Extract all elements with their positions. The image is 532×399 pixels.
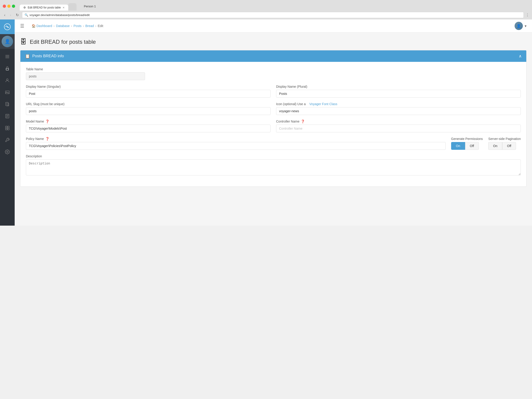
- sidebar-avatar[interactable]: 👤: [0, 34, 15, 49]
- url-slug-input[interactable]: [26, 107, 271, 115]
- svg-rect-2: [6, 55, 9, 56]
- breadcrumb-sep-2: ›: [71, 24, 72, 28]
- sidebar-item-menu[interactable]: [0, 51, 15, 63]
- breadcrumb-bread[interactable]: Bread: [85, 24, 94, 28]
- sidebar-item-pages[interactable]: [0, 98, 15, 110]
- display-plural-group: Display Name (Plural): [276, 85, 521, 98]
- icon-group: Icon (optional) Use a Voyager Font Class: [276, 102, 521, 115]
- dashboard-icon: 🏠: [32, 24, 36, 28]
- bread-info-card: 📋 Posts BREAD info ∧ Table Name: [20, 50, 526, 187]
- browser-menu-icon[interactable]: ⋮: [526, 13, 529, 17]
- display-plural-input[interactable]: [276, 90, 521, 98]
- sidebar-logo[interactable]: [0, 19, 15, 34]
- sidebar-item-security[interactable]: [0, 63, 15, 75]
- sidebar-item-categories[interactable]: [0, 122, 15, 134]
- policy-name-help-icon[interactable]: ❓: [45, 137, 49, 141]
- back-button[interactable]: ‹: [3, 13, 7, 18]
- table-name-group: Table Name: [26, 67, 521, 80]
- person-label: Person 1: [84, 5, 96, 8]
- voyager-font-link[interactable]: Voyager Font Class: [309, 102, 337, 106]
- address-bar[interactable]: 🔍 voyager.dev/admin/database/posts/bread…: [22, 12, 524, 18]
- sidebar-item-users[interactable]: [0, 75, 15, 86]
- policy-name-input[interactable]: [26, 142, 446, 150]
- server-pagination-label: Server-side Pagination: [488, 137, 521, 141]
- policy-name-group: Policy Name ❓: [26, 137, 446, 150]
- breadcrumb-posts[interactable]: Posts: [74, 24, 82, 28]
- server-pagination-group: Server-side Pagination On Off: [488, 137, 521, 150]
- display-singular-group: Display Name (Singular): [26, 85, 271, 98]
- gear-icon: [5, 149, 10, 154]
- controller-name-help-icon[interactable]: ❓: [301, 120, 305, 123]
- model-name-input[interactable]: [26, 125, 271, 132]
- address-bar-row: ‹ › ↻ 🔍 voyager.dev/admin/database/posts…: [0, 11, 532, 19]
- description-label: Description: [26, 154, 521, 158]
- tab-close-icon[interactable]: ✕: [63, 6, 65, 9]
- maximize-button[interactable]: [12, 5, 15, 8]
- minimize-button[interactable]: [7, 5, 11, 8]
- controller-name-group: Controller Name ❓: [276, 120, 521, 132]
- close-button[interactable]: [3, 5, 6, 8]
- sidebar-item-settings[interactable]: [0, 146, 15, 158]
- svg-point-1: [7, 26, 8, 27]
- forward-button[interactable]: ›: [8, 13, 12, 18]
- sidebar-item-posts[interactable]: [0, 110, 15, 122]
- server-pagination-toggle: On Off: [488, 142, 521, 150]
- home-icon: [5, 54, 10, 59]
- lock-icon: [5, 66, 10, 71]
- svg-rect-17: [7, 126, 9, 128]
- sidebar-item-media[interactable]: [0, 86, 15, 98]
- model-name-label: Model Name ❓: [26, 120, 271, 123]
- avatar-image: 👤: [2, 36, 13, 47]
- user-avatar[interactable]: 👤: [515, 22, 523, 30]
- document-icon: [5, 114, 10, 119]
- sidebar-item-tools[interactable]: [0, 134, 15, 146]
- controller-name-label: Controller Name ❓: [276, 120, 521, 123]
- page-header: 🗄 Edit BREAD for posts table: [20, 38, 526, 46]
- svg-rect-19: [7, 128, 9, 130]
- sidebar: 👤: [0, 19, 15, 226]
- description-group: Description: [26, 154, 521, 176]
- app-wrapper: 👤: [0, 19, 532, 226]
- browser-chrome: ⚙ Edit BREAD for posts table ✕ Person 1 …: [0, 0, 532, 19]
- generate-permissions-off-btn[interactable]: Off: [465, 142, 479, 150]
- model-controller-row: Model Name ❓ Controller Name ❓: [26, 120, 521, 132]
- model-name-help-icon[interactable]: ❓: [45, 120, 49, 123]
- svg-rect-4: [6, 58, 9, 58]
- logo-icon: [4, 23, 11, 30]
- server-pagination-on-btn[interactable]: On: [488, 142, 502, 150]
- svg-rect-7: [6, 91, 9, 94]
- description-textarea[interactable]: [26, 159, 521, 176]
- model-name-group: Model Name ❓: [26, 120, 271, 132]
- display-singular-input[interactable]: [26, 90, 271, 98]
- svg-rect-3: [6, 56, 9, 57]
- breadcrumb-database[interactable]: Database: [56, 24, 70, 28]
- url-slug-group: URL Slug (must be unique): [26, 102, 271, 115]
- user-dropdown-icon[interactable]: ▾: [525, 24, 526, 28]
- controller-name-input[interactable]: [276, 125, 521, 132]
- url-slug-label: URL Slug (must be unique): [26, 102, 271, 106]
- top-right: 👤 ▾: [515, 22, 526, 30]
- policy-name-label: Policy Name ❓: [26, 137, 446, 141]
- tab-bar: ⚙ Edit BREAD for posts table ✕: [17, 3, 79, 11]
- card-header[interactable]: 📋 Posts BREAD info ∧: [20, 51, 526, 62]
- breadcrumb-edit: Edit: [98, 24, 103, 28]
- main-content: ☰ 🏠 Dashboard › Database › Posts ›: [15, 19, 532, 226]
- hamburger-icon[interactable]: ☰: [20, 23, 24, 29]
- content-area: 🗄 Edit BREAD for posts table 📋 Posts BRE…: [15, 32, 532, 226]
- generate-permissions-on-btn[interactable]: On: [451, 142, 465, 150]
- collapse-icon[interactable]: ∧: [519, 54, 522, 59]
- new-tab[interactable]: [68, 3, 76, 11]
- active-tab[interactable]: ⚙ Edit BREAD for posts table ✕: [20, 5, 68, 11]
- display-names-row: Display Name (Singular) Display Name (Pl…: [26, 85, 521, 98]
- reload-button[interactable]: ↻: [14, 12, 20, 18]
- server-pagination-off-btn[interactable]: Off: [502, 142, 516, 150]
- icon-label: Icon (optional) Use a Voyager Font Class: [276, 102, 521, 106]
- table-name-label: Table Name: [26, 67, 521, 71]
- table-name-input[interactable]: [26, 72, 145, 80]
- page-icon: [5, 102, 10, 107]
- icon-input[interactable]: [276, 107, 521, 115]
- display-singular-label: Display Name (Singular): [26, 85, 271, 89]
- user-icon: [5, 78, 10, 83]
- breadcrumb-dashboard[interactable]: 🏠 Dashboard: [32, 24, 52, 28]
- breadcrumb-sep-4: ›: [95, 24, 96, 28]
